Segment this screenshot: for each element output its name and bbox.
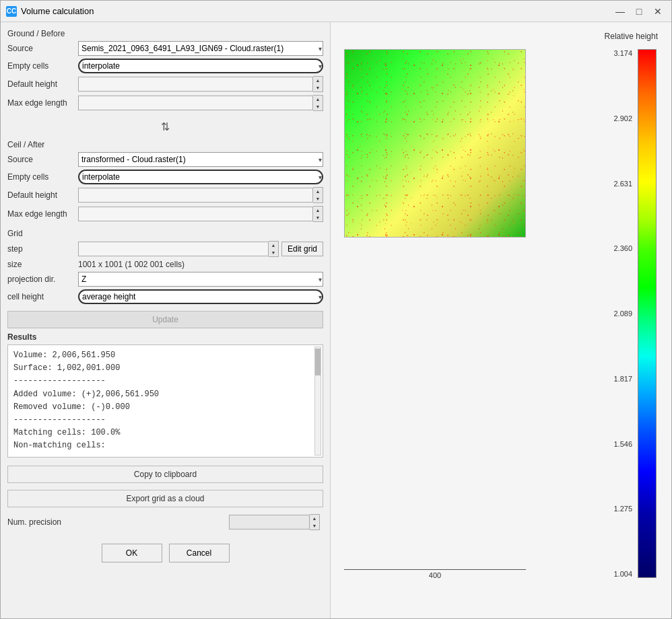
grid-size-value: 1001 x 1001 (1 002 001 cells) bbox=[78, 260, 184, 269]
ground-default-height-row: Default height 0.000000 ▲ ▼ bbox=[7, 76, 323, 92]
grid-step-up[interactable]: ▲ bbox=[269, 242, 278, 249]
swap-icon[interactable]: ⇅ bbox=[161, 120, 170, 133]
grid-section-title: Grid bbox=[7, 229, 323, 238]
tick-1: 3.174 bbox=[613, 49, 632, 57]
ceil-max-edge-input[interactable]: 0.000000 bbox=[78, 207, 313, 221]
tick-4: 2.360 bbox=[613, 244, 632, 252]
export-button[interactable]: Export grid as a cloud bbox=[7, 490, 323, 507]
result-line8: Non-matching cells: bbox=[13, 439, 317, 452]
precision-input[interactable]: 3 bbox=[229, 515, 310, 530]
title-bar-left: CC Volume calculation bbox=[6, 6, 94, 17]
grid-visualization bbox=[344, 49, 526, 238]
grid-step-input[interactable]: 1.000000 bbox=[78, 242, 269, 256]
ceil-source-label: Source bbox=[7, 155, 78, 164]
result-line2: Surface: 1,002,001.000 bbox=[13, 362, 317, 375]
ground-max-edge-up[interactable]: ▲ bbox=[313, 96, 323, 103]
result-line6: ------------------- bbox=[13, 414, 317, 427]
ok-button[interactable]: OK bbox=[102, 544, 162, 562]
minimize-button[interactable]: — bbox=[612, 5, 628, 18]
ceil-default-height-down[interactable]: ▼ bbox=[313, 195, 323, 203]
ground-default-height-label: Default height bbox=[7, 79, 78, 89]
ground-source-select[interactable]: Semis_2021_0963_6491_LA93_IGN69 - Cloud.… bbox=[78, 41, 323, 56]
colormap-ticks: 3.174 2.902 2.631 2.360 2.089 1.817 1.54… bbox=[611, 49, 635, 578]
ceil-section: Ceil / After Source transformed - Cloud.… bbox=[7, 140, 323, 225]
grid-proj-row: projection dir. Z ▾ bbox=[7, 272, 323, 287]
bottom-buttons: OK Cancel bbox=[7, 540, 323, 565]
grid-step-spinbtns: ▲ ▼ bbox=[269, 241, 279, 257]
ceil-max-edge-up[interactable]: ▲ bbox=[313, 207, 323, 214]
grid-step-row: step 1.000000 ▲ ▼ Edit grid bbox=[7, 241, 323, 257]
ground-source-row: Source Semis_2021_0963_6491_LA93_IGN69 -… bbox=[7, 41, 323, 56]
ground-empty-cells-wrapper: interpolate ▾ bbox=[78, 59, 323, 73]
result-line5: Removed volume: (-)0.000 bbox=[13, 401, 317, 414]
close-button[interactable]: ✕ bbox=[650, 5, 666, 18]
ground-default-height-down[interactable]: ▼ bbox=[313, 84, 323, 92]
ceil-max-edge-spinbtns: ▲ ▼ bbox=[313, 206, 323, 222]
result-line4: Added volume: (+)2,006,561.950 bbox=[13, 388, 317, 401]
ceil-max-edge-spinner: 0.000000 ▲ ▼ bbox=[78, 206, 323, 222]
ceil-source-select[interactable]: transformed - Cloud.raster(1) bbox=[78, 152, 323, 167]
x-axis-container: 400 bbox=[344, 569, 526, 579]
grid-canvas bbox=[344, 49, 526, 238]
ground-empty-cells-row: Empty cells interpolate ▾ bbox=[7, 59, 323, 73]
ground-default-height-up[interactable]: ▲ bbox=[313, 77, 323, 84]
tick-3: 2.631 bbox=[613, 180, 632, 188]
grid-cell-height-select[interactable]: average height bbox=[78, 289, 323, 304]
ceil-default-height-row: Default height 0.000000 ▲ ▼ bbox=[7, 187, 323, 203]
grid-step-down[interactable]: ▼ bbox=[269, 249, 278, 256]
maximize-button[interactable]: □ bbox=[631, 5, 647, 18]
results-scrollbar[interactable] bbox=[314, 347, 321, 456]
app-icon: CC bbox=[6, 6, 17, 17]
results-text: Volume: 2,006,561.950 Surface: 1,002,001… bbox=[13, 349, 317, 453]
ceil-empty-cells-select[interactable]: interpolate bbox=[78, 170, 323, 184]
title-bar: CC Volume calculation — □ ✕ bbox=[1, 1, 671, 22]
grid-step-label: step bbox=[7, 244, 78, 254]
grid-cell-height-wrapper: average height ▾ bbox=[78, 289, 323, 304]
ceil-max-edge-down[interactable]: ▼ bbox=[313, 214, 323, 221]
precision-spinbtns: ▲ ▼ bbox=[310, 514, 320, 530]
ceil-default-height-up[interactable]: ▲ bbox=[313, 188, 323, 195]
precision-up[interactable]: ▲ bbox=[310, 515, 319, 522]
grid-proj-label: projection dir. bbox=[7, 275, 78, 284]
results-section-box: Results Volume: 2,006,561.950 Surface: 1… bbox=[7, 332, 323, 462]
ground-max-edge-spinbtns: ▲ ▼ bbox=[313, 95, 323, 111]
ground-max-edge-spinner: 0.000000 ▲ ▼ bbox=[78, 95, 323, 111]
ground-max-edge-input[interactable]: 0.000000 bbox=[78, 96, 313, 110]
results-title: Results bbox=[7, 332, 323, 342]
colormap-right: 3.174 2.902 2.631 2.360 2.089 1.817 1.54… bbox=[611, 49, 657, 578]
ceil-empty-cells-label: Empty cells bbox=[7, 172, 78, 182]
tick-9: 1.004 bbox=[613, 570, 632, 578]
ground-empty-cells-label: Empty cells bbox=[7, 61, 78, 71]
ground-default-height-input[interactable]: 0.000000 bbox=[78, 77, 313, 92]
tick-5: 2.089 bbox=[613, 310, 632, 318]
ground-max-edge-row: Max edge length 0.000000 ▲ ▼ bbox=[7, 95, 323, 111]
ground-default-height-spinbtns: ▲ ▼ bbox=[313, 76, 323, 92]
ceil-default-height-spinner: 0.000000 ▲ ▼ bbox=[78, 187, 323, 203]
tick-7: 1.546 bbox=[613, 440, 632, 448]
ground-default-height-spinner: 0.000000 ▲ ▼ bbox=[78, 76, 323, 92]
ground-empty-cells-select[interactable]: interpolate bbox=[78, 59, 323, 73]
update-button[interactable]: Update bbox=[7, 311, 323, 328]
grid-size-row: size 1001 x 1001 (1 002 001 cells) bbox=[7, 260, 323, 269]
ceil-section-title: Ceil / After bbox=[7, 140, 323, 149]
colormap-title: Relative height bbox=[605, 32, 658, 41]
tick-8: 1.275 bbox=[613, 505, 632, 513]
grid-proj-select[interactable]: Z bbox=[78, 272, 323, 287]
result-line7: Matching cells: 100.0% bbox=[13, 427, 317, 439]
precision-down[interactable]: ▼ bbox=[310, 522, 319, 530]
window-title: Volume calculation bbox=[21, 6, 94, 16]
content-area: Ground / Before Source Semis_2021_0963_6… bbox=[1, 22, 671, 618]
ground-source-label: Source bbox=[7, 44, 78, 53]
cancel-button[interactable]: Cancel bbox=[169, 544, 230, 562]
right-panel: Relative height 400 3.174 2.902 2.63 bbox=[331, 22, 671, 618]
ceil-default-height-input[interactable]: 0.000000 bbox=[78, 188, 313, 203]
edit-grid-button[interactable]: Edit grid bbox=[281, 242, 323, 256]
ground-section-title: Ground / Before bbox=[7, 29, 323, 38]
ground-max-edge-down[interactable]: ▼ bbox=[313, 103, 323, 110]
ceil-empty-cells-wrapper: interpolate ▾ bbox=[78, 170, 323, 184]
ceil-max-edge-row: Max edge length 0.000000 ▲ ▼ bbox=[7, 206, 323, 222]
grid-proj-wrapper: Z ▾ bbox=[78, 272, 323, 287]
ceil-source-row: Source transformed - Cloud.raster(1) ▾ bbox=[7, 152, 323, 167]
copy-button[interactable]: Copy to clipboard bbox=[7, 466, 323, 483]
grid-size-label: size bbox=[7, 260, 78, 269]
